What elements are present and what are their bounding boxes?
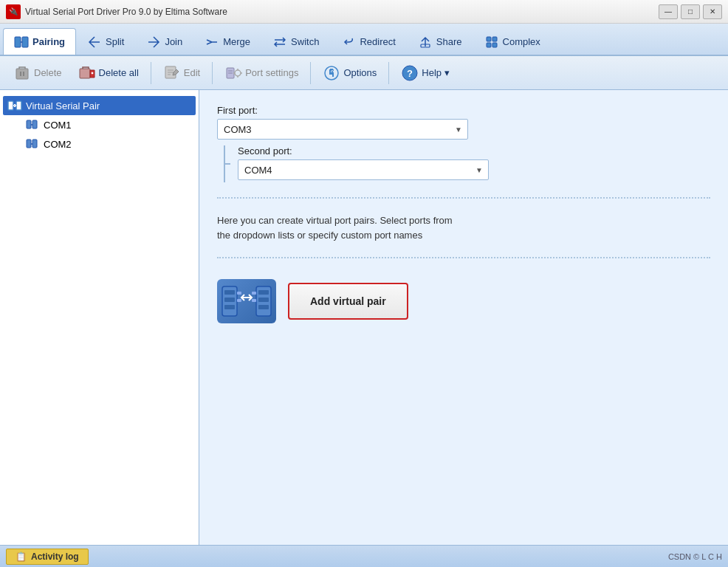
svg-rect-47 <box>237 299 241 302</box>
svg-rect-39 <box>27 140 31 148</box>
log-icon: 📋 <box>16 551 27 562</box>
svg-rect-40 <box>32 140 37 148</box>
svg-rect-8 <box>16 69 28 79</box>
second-port-group: Second port: COM1 COM2 COM3 COM4 COM5 CO… <box>238 145 710 180</box>
options-label: Options <box>343 67 377 78</box>
tab-join[interactable]: Join <box>135 28 193 55</box>
com1-icon <box>25 117 40 132</box>
svg-rect-51 <box>258 305 269 309</box>
complex-icon <box>484 35 499 49</box>
tab-pairing-label: Pairing <box>32 36 65 47</box>
pair-visual-svg <box>221 283 272 320</box>
ribbon: Pairing Split Join Merg <box>0 24 728 56</box>
help-icon: ? <box>401 64 419 82</box>
status-bar: 📋 Activity log CSDN © L C H <box>0 545 728 567</box>
tab-merge-label: Merge <box>223 36 250 47</box>
svg-rect-11 <box>80 69 90 78</box>
toolbar-divider-4 <box>388 62 389 84</box>
port-settings-icon <box>224 64 242 82</box>
svg-point-29 <box>331 72 334 75</box>
svg-rect-36 <box>27 120 31 128</box>
svg-rect-4 <box>487 37 491 41</box>
virtual-serial-pair-icon <box>7 98 22 113</box>
svg-rect-33 <box>8 101 13 110</box>
tab-pairing[interactable]: Pairing <box>3 28 76 55</box>
status-right-text: CSDN © L C H <box>668 552 722 561</box>
maximize-button[interactable]: □ <box>681 4 700 19</box>
split-icon <box>87 35 102 49</box>
port-settings-label: Port settings <box>245 67 298 78</box>
toolbar: Delete Delete all Edit <box>0 56 728 90</box>
tab-switch[interactable]: Switch <box>261 28 330 55</box>
tree-item-com1[interactable]: COM1 <box>21 115 196 134</box>
tab-share[interactable]: Share <box>407 28 473 55</box>
app-icon: 🔌 <box>6 4 21 19</box>
svg-rect-37 <box>32 120 37 128</box>
tab-redirect-label: Redirect <box>360 36 395 47</box>
svg-rect-34 <box>16 101 21 110</box>
pair-icon <box>217 279 276 323</box>
join-icon <box>146 35 161 49</box>
switch-icon <box>272 35 287 49</box>
divider-top <box>217 197 710 199</box>
edit-label: Edit <box>184 67 200 78</box>
svg-rect-44 <box>224 298 235 302</box>
tab-switch-label: Switch <box>291 36 319 47</box>
svg-point-22 <box>235 70 241 76</box>
second-port-select[interactable]: COM1 COM2 COM3 COM4 COM5 COM6 COM7 COM8 <box>238 159 489 180</box>
window-title: Virtual Serial Port Driver Pro 9.0 by El… <box>25 7 659 17</box>
tab-split[interactable]: Split <box>76 28 135 55</box>
delete-all-button[interactable]: Delete all <box>71 60 146 86</box>
help-button[interactable]: ? Help ▾ <box>394 60 456 86</box>
window-controls: — □ ✕ <box>659 4 722 19</box>
second-port-select-wrapper: COM1 COM2 COM3 COM4 COM5 COM6 COM7 COM8 … <box>238 159 489 180</box>
ribbon-tabs: Pairing Split Join Merg <box>0 24 728 55</box>
toolbar-divider-1 <box>151 62 151 84</box>
tab-merge[interactable]: Merge <box>193 28 261 55</box>
tree-item-com2[interactable]: COM2 <box>21 134 196 154</box>
delete-all-icon <box>78 64 96 82</box>
tab-join-label: Join <box>165 36 182 47</box>
svg-rect-1 <box>22 37 28 47</box>
com2-icon <box>25 137 40 151</box>
tree-root-item[interactable]: Virtual Serial Pair <box>3 96 196 115</box>
toolbar-divider-2 <box>212 62 213 84</box>
bottom-action: Add virtual pair <box>217 279 710 323</box>
first-port-select[interactable]: COM1 COM2 COM3 COM4 COM5 COM6 COM7 COM8 <box>217 119 468 140</box>
svg-rect-45 <box>224 305 235 309</box>
svg-rect-6 <box>487 43 491 47</box>
svg-text:?: ? <box>407 68 413 79</box>
svg-rect-5 <box>492 37 497 41</box>
right-panel: First port: COM1 COM2 COM3 COM4 COM5 COM… <box>199 90 728 546</box>
tab-redirect[interactable]: Redirect <box>330 28 406 55</box>
close-button[interactable]: ✕ <box>703 4 722 19</box>
delete-all-label: Delete all <box>99 67 139 78</box>
redirect-icon <box>341 35 356 49</box>
first-port-select-wrapper: COM1 COM2 COM3 COM4 COM5 COM6 COM7 COM8 … <box>217 119 468 140</box>
main-content: Virtual Serial Pair COM1 COM2 <box>0 90 728 546</box>
delete-button[interactable]: Delete <box>6 60 69 86</box>
toolbar-divider-3 <box>310 62 311 84</box>
options-button[interactable]: Options <box>315 60 384 86</box>
svg-rect-50 <box>258 298 269 302</box>
tree-item-com2-label: COM2 <box>44 139 72 150</box>
port-settings-button[interactable]: Port settings <box>217 60 306 86</box>
divider-bottom <box>217 257 710 258</box>
second-port-group-inner: Second port: COM1 COM2 COM3 COM4 COM5 CO… <box>238 145 710 180</box>
svg-rect-0 <box>15 37 21 47</box>
tab-share-label: Share <box>436 36 462 47</box>
help-text: Here you can create virtual port pairs. … <box>217 213 468 242</box>
tab-complex[interactable]: Complex <box>473 28 552 55</box>
first-port-label: First port: <box>217 105 710 116</box>
svg-rect-7 <box>492 43 497 47</box>
edit-button[interactable]: Edit <box>156 60 207 86</box>
svg-rect-53 <box>252 299 256 302</box>
activity-log-label: Activity log <box>31 551 79 562</box>
delete-icon <box>13 64 31 82</box>
minimize-button[interactable]: — <box>659 4 678 19</box>
add-virtual-pair-button[interactable]: Add virtual pair <box>288 283 408 320</box>
merge-icon <box>205 35 219 49</box>
activity-log-button[interactable]: 📋 Activity log <box>6 549 89 565</box>
edit-icon <box>163 64 181 82</box>
tab-split-label: Split <box>106 36 124 47</box>
